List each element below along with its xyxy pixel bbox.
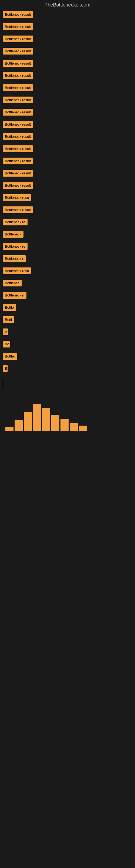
bottleneck-badge: Bottleneck result bbox=[3, 207, 33, 213]
list-item: Bottlenec bbox=[3, 279, 132, 289]
list-item: B bbox=[3, 364, 132, 374]
chart-bar bbox=[60, 419, 69, 431]
list-item: Bottleneck result bbox=[3, 205, 132, 215]
chart-bar bbox=[70, 423, 78, 431]
bottleneck-badge: Bottleneck result bbox=[3, 170, 33, 177]
bottleneck-badge: Bo bbox=[3, 341, 10, 347]
list-item: Bottle bbox=[3, 303, 132, 313]
bottleneck-badge: Bottleneck result bbox=[3, 72, 33, 79]
list-item: Bottleneck result bbox=[3, 46, 132, 57]
bottleneck-badge: Bottleneck r bbox=[3, 255, 26, 262]
bottleneck-badge: B bbox=[3, 329, 8, 335]
bottleneck-badge: B bbox=[3, 365, 8, 372]
list-item: Bottleneck result bbox=[3, 95, 132, 105]
list-item: Bottleneck result bbox=[3, 34, 132, 44]
bottleneck-badge: Bottleneck ri bbox=[3, 292, 27, 299]
bottleneck-badge: Bottler bbox=[3, 353, 17, 360]
list-item: Bottleneck result bbox=[3, 156, 132, 166]
bottleneck-badge: Bottleneck result bbox=[3, 109, 33, 116]
bottleneck-badge: Bottleneck result bbox=[3, 145, 33, 152]
bottleneck-badge: Bottleneck result bbox=[3, 182, 33, 189]
items-container: Bottleneck resultBottleneck resultBottle… bbox=[0, 10, 135, 374]
list-item: Bottleneck result bbox=[3, 169, 132, 179]
bottleneck-badge: Bottleneck result bbox=[3, 121, 33, 128]
bottleneck-badge: Bottleneck result bbox=[3, 97, 33, 103]
cursor-indicator bbox=[3, 379, 3, 388]
bottleneck-badge: Bottleneck result bbox=[3, 133, 33, 140]
list-item: Bottleneck re bbox=[3, 218, 132, 227]
bottleneck-badge: Bottleneck result bbox=[3, 35, 33, 42]
list-item: Bo bbox=[3, 340, 132, 350]
chart-bar-container bbox=[3, 401, 132, 434]
chart-bar bbox=[33, 404, 41, 431]
list-item: Bottleneck result bbox=[3, 59, 132, 69]
list-item: Bottleneck result bbox=[3, 181, 132, 191]
chart-bar bbox=[79, 426, 87, 431]
bottleneck-badge: Bottleneck result bbox=[3, 158, 33, 164]
list-item: Bottleneck result bbox=[3, 83, 132, 93]
bottleneck-badge: Bottle bbox=[3, 304, 16, 311]
list-item: Bottleneck result bbox=[3, 108, 132, 118]
bottleneck-badge: Bottleneck re bbox=[3, 219, 28, 225]
list-item: B bbox=[3, 328, 132, 337]
list-item: Bottleneck result bbox=[3, 144, 132, 154]
bottleneck-badge: Bottleneck resu bbox=[3, 194, 31, 201]
bottleneck-badge: Bottleneck resu bbox=[3, 268, 31, 274]
list-item: Bottleneck result bbox=[3, 22, 132, 32]
list-item: Bottleneck resu bbox=[3, 193, 132, 203]
list-item: Bottleneck result bbox=[3, 132, 132, 142]
list-item: Bottler bbox=[3, 352, 132, 362]
list-item: Bottleneck r bbox=[3, 254, 132, 264]
list-item: Bottleneck bbox=[3, 230, 132, 240]
bottleneck-badge: Bottleneck bbox=[3, 231, 24, 238]
chart-area bbox=[0, 399, 135, 436]
chart-bar bbox=[14, 420, 23, 431]
list-item: Bottleneck result bbox=[3, 71, 132, 81]
chart-bar bbox=[24, 412, 32, 431]
bottleneck-badge: Bottl bbox=[3, 316, 14, 323]
bottleneck-badge: Bottleneck result bbox=[3, 84, 33, 91]
chart-bar bbox=[5, 427, 13, 431]
bottleneck-badge: Bottleneck re bbox=[3, 243, 28, 250]
bottleneck-badge: Bottlenec bbox=[3, 280, 21, 286]
bottleneck-badge: Bottleneck result bbox=[3, 23, 33, 30]
list-item: Bottleneck result bbox=[3, 10, 132, 20]
chart-bar bbox=[51, 415, 59, 431]
list-item: Bottleneck result bbox=[3, 120, 132, 130]
list-item: Bottl bbox=[3, 315, 132, 325]
bottleneck-badge: Bottleneck result bbox=[3, 48, 33, 55]
bottleneck-badge: Bottleneck result bbox=[3, 11, 33, 18]
chart-bar bbox=[42, 408, 50, 431]
bottleneck-badge: Bottleneck result bbox=[3, 60, 33, 67]
list-item: Bottleneck re bbox=[3, 242, 132, 252]
site-title: TheBottlenecker.com bbox=[0, 0, 135, 10]
list-item: Bottleneck resu bbox=[3, 267, 132, 276]
list-item: Bottleneck ri bbox=[3, 291, 132, 301]
